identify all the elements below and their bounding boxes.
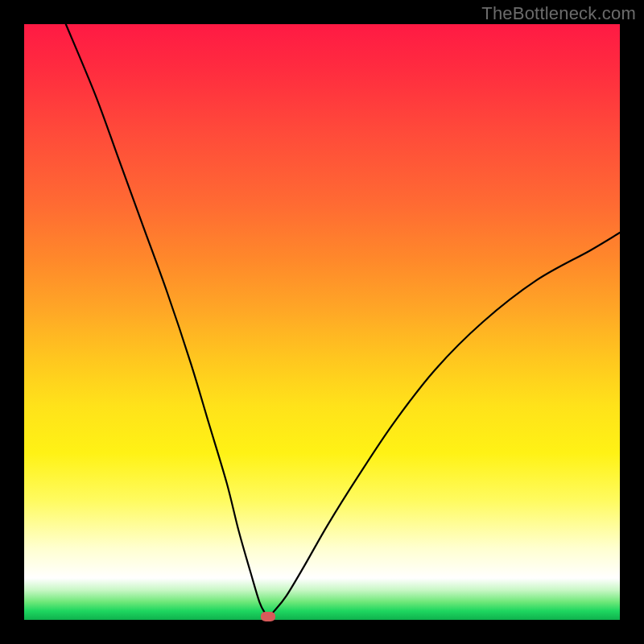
plot-area	[24, 24, 620, 620]
minimum-marker	[261, 612, 275, 621]
chart-frame: TheBottleneck.com	[0, 0, 644, 644]
bottleneck-curve	[24, 24, 620, 620]
watermark-text: TheBottleneck.com	[481, 3, 636, 24]
